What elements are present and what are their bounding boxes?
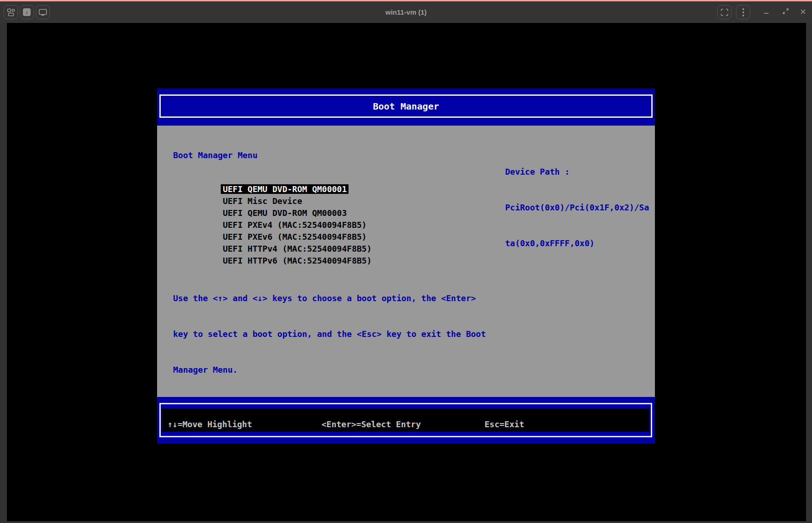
sound-button[interactable]: ♪ bbox=[20, 5, 34, 19]
monitor-icon bbox=[38, 8, 47, 17]
boot-menu-help-text: Use the <↑> and <↓> keys to choose a boo… bbox=[173, 269, 486, 400]
device-path-label: Device Path : bbox=[505, 166, 649, 178]
vm-display[interactable]: Boot Manager Boot Manager Menu UEFI QEMU… bbox=[7, 23, 806, 521]
minimize-button[interactable] bbox=[760, 5, 772, 19]
titlebar: win11-vm (1) ♪ bbox=[0, 1, 812, 23]
device-path-value-line2: ta(0x0,0xFFFF,0x0) bbox=[505, 237, 649, 249]
uefi-main-area: Boot Manager Menu UEFI QEMU DVD-ROM QM00… bbox=[157, 126, 655, 397]
minimize-icon bbox=[763, 8, 769, 17]
device-path-panel: Device Path : PciRoot(0x0)/Pci(0x1F,0x2)… bbox=[505, 142, 649, 273]
uefi-footer-box: ↑↓=Move Highlight <Enter>=Select Entry E… bbox=[159, 403, 652, 437]
window-menu-button[interactable] bbox=[736, 5, 750, 19]
fullscreen-button[interactable] bbox=[717, 5, 731, 19]
restore-button[interactable] bbox=[779, 5, 791, 19]
hint-esc-exit: Esc=Exit bbox=[485, 418, 524, 430]
display-button[interactable] bbox=[36, 5, 50, 19]
uefi-title-box: Boot Manager bbox=[159, 94, 653, 118]
hint-move-highlight: ↑↓=Move Highlight bbox=[168, 418, 252, 430]
boot-option-qemu-dvdrom-qm00001[interactable]: UEFI QEMU DVD-ROM QM00001 bbox=[171, 171, 373, 183]
uefi-boot-manager-screen: Boot Manager Boot Manager Menu UEFI QEMU… bbox=[157, 88, 655, 444]
kebab-menu-icon bbox=[742, 8, 745, 17]
uefi-footer-band: ↑↓=Move Highlight <Enter>=Select Entry E… bbox=[157, 397, 655, 444]
device-path-value-line1: PciRoot(0x0)/Pci(0x1F,0x2)/Sa bbox=[505, 202, 649, 214]
key-hint-bar: ↑↓=Move Highlight <Enter>=Select Entry E… bbox=[162, 408, 649, 432]
vm-list-button[interactable] bbox=[4, 5, 18, 19]
close-button[interactable] bbox=[797, 5, 809, 19]
boot-menu-heading: Boot Manager Menu bbox=[173, 149, 257, 161]
restore-icon bbox=[782, 8, 789, 17]
uefi-screen-title: Boot Manager bbox=[373, 100, 439, 112]
fullscreen-icon bbox=[720, 8, 729, 17]
vm-grid-icon bbox=[7, 8, 15, 17]
close-icon bbox=[800, 8, 806, 17]
boot-option-list: UEFI QEMU DVD-ROM QM00001 UEFI Misc Devi… bbox=[171, 171, 373, 255]
uefi-header-band: Boot Manager bbox=[157, 88, 655, 126]
hint-select-entry: <Enter>=Select Entry bbox=[322, 418, 421, 430]
music-note-icon: ♪ bbox=[23, 8, 31, 16]
window-title: win11-vm (1) bbox=[0, 1, 812, 23]
